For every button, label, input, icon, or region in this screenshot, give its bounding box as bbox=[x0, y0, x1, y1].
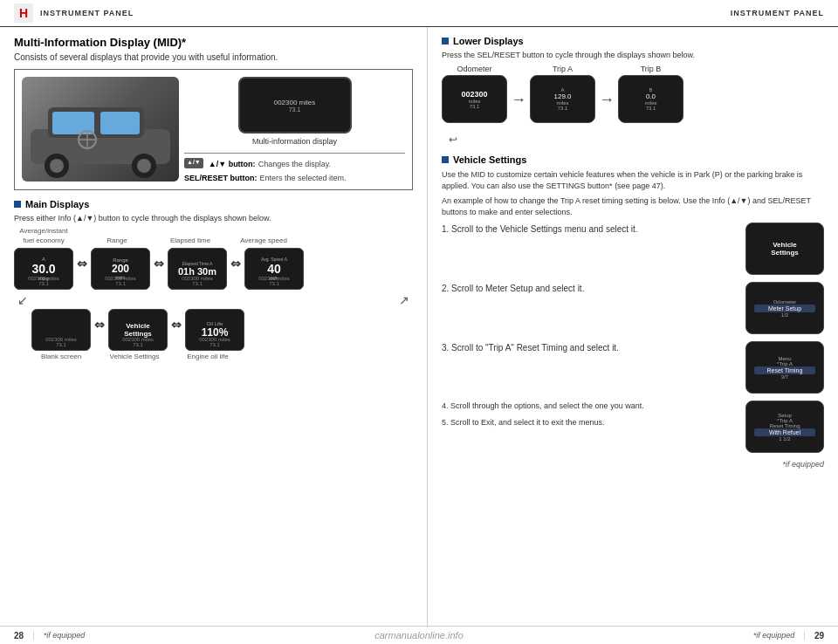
mid-display-box: 002300 miles 73.1 bbox=[238, 77, 352, 134]
info-button-label: ▲/▼ button: bbox=[209, 160, 256, 168]
step-4-text: 4. Scroll through the options, and selec… bbox=[442, 401, 738, 412]
header-right-title: INSTRUMENT PANEL bbox=[731, 9, 824, 17]
trip-a-col: Trip A A 129.0 miles 73.1 bbox=[530, 65, 595, 123]
main-displays-subtitle: Press either Info (▲/▼) button to cycle … bbox=[14, 214, 413, 223]
step-1-row: 1. Scroll to the Vehicle Settings menu a… bbox=[442, 223, 824, 275]
footer-watermark-container: carmanualonline.info bbox=[85, 630, 752, 641]
lower-displays-label: Lower Displays bbox=[453, 36, 524, 46]
arrow-button-icon: ▲/▼ bbox=[184, 158, 203, 168]
label-vs: Vehicle Settings bbox=[105, 353, 164, 362]
steps-4-5-row: 4. Scroll through the options, and selec… bbox=[442, 401, 824, 453]
step-1-text: 1. Scroll to the Vehicle Settings menu a… bbox=[442, 223, 738, 234]
car-illustration bbox=[22, 77, 179, 182]
blue-square-icon-3 bbox=[442, 156, 449, 163]
info-button-desc: ▲/▼ button: Changes the display. bbox=[209, 158, 331, 168]
arrow-5: ⇔ bbox=[171, 318, 182, 342]
honda-logo-icon: H bbox=[14, 3, 33, 23]
svg-point-5 bbox=[50, 159, 64, 173]
displays-row-1: A 30.0 mpg 002300 miles73.1 ⇔ Range 200 … bbox=[14, 248, 413, 290]
back-arrow: ↩ bbox=[449, 134, 824, 146]
page-number-left: 28 bbox=[14, 631, 24, 641]
mid-display-label: Multi-information display bbox=[184, 137, 405, 146]
step-2-screen: Odometer Meter Setup 1/2 bbox=[745, 282, 824, 334]
footer-right: *if equipped | 29 bbox=[753, 631, 824, 641]
mid-diagram: 002300 miles 73.1 Multi-information disp… bbox=[14, 69, 413, 190]
arrow-right-1: → bbox=[511, 91, 526, 123]
page-number-right: 29 bbox=[814, 631, 824, 641]
label-oil: Engine oil life bbox=[178, 353, 237, 362]
step-5-text: 5. Scroll to Exit, and select it to exit… bbox=[442, 417, 738, 428]
main-displays-label: Main Displays bbox=[25, 199, 89, 209]
mid-right-section: 002300 miles 73.1 Multi-information disp… bbox=[184, 77, 405, 182]
trip-b-screen: B 0.0 miles 73.1 bbox=[618, 75, 683, 123]
footer-divider-right: | bbox=[803, 631, 806, 641]
display-oil-life: Oil Life 110% 002300 miles73.1 bbox=[185, 309, 244, 351]
display-vehicle-settings: VehicleSettings 002300 miles73.1 bbox=[108, 309, 168, 351]
displays-row-2: 002300 miles73.1 ⇔ VehicleSettings 00230… bbox=[14, 309, 413, 351]
blue-square-icon bbox=[14, 201, 21, 208]
odometer-screen: 002300 miles 73.1 bbox=[442, 75, 507, 123]
svg-point-7 bbox=[137, 159, 151, 173]
trip-a-label: Trip A bbox=[553, 65, 573, 73]
row-connector-arrows: ↙ ↗ bbox=[14, 293, 413, 307]
vehicle-settings-label: Vehicle Settings bbox=[453, 154, 526, 165]
label-elapsed: Elapsed time bbox=[161, 236, 220, 246]
display-blank: 002300 miles73.1 bbox=[31, 309, 91, 351]
header-left-title: INSTRUMENT PANEL bbox=[40, 9, 134, 17]
page-footer: 28 | *if equipped carmanualonline.info *… bbox=[0, 626, 838, 644]
sel-button-label: SEL/RESET button: bbox=[184, 174, 258, 182]
mid-buttons-desc: ▲/▼ ▲/▼ button: Changes the display. SEL… bbox=[184, 153, 405, 182]
sel-button-text: Enters the selected item. bbox=[260, 174, 347, 182]
label-avg-speed: Average speed bbox=[234, 236, 293, 246]
display-elapsed: Elapsed Time A 01h 30m 002300 miles73.1 bbox=[168, 248, 227, 290]
vehicle-settings-heading: Vehicle Settings bbox=[442, 154, 824, 165]
trip-a-screen: A 129.0 miles 73.1 bbox=[530, 75, 595, 123]
step-1-screen: VehicleSettings bbox=[745, 223, 824, 275]
steps-container: 1. Scroll to the Vehicle Settings menu a… bbox=[442, 223, 824, 453]
steps-4-5-text: 4. Scroll through the options, and selec… bbox=[442, 401, 738, 453]
info-button-row: ▲/▼ ▲/▼ button: Changes the display. bbox=[184, 158, 405, 168]
display-range: Range 200 mi/c 002300 miles73.1 bbox=[91, 248, 150, 290]
lower-displays-heading: Lower Displays bbox=[442, 36, 824, 46]
arrow-2: ⇔ bbox=[154, 257, 164, 281]
label-blank: Blank screen bbox=[31, 353, 91, 362]
svg-rect-9 bbox=[100, 112, 140, 134]
vs-desc1: Use the MID to customize certain vehicle… bbox=[442, 169, 824, 191]
sel-button-row: SEL/RESET button: Enters the selected it… bbox=[184, 172, 405, 182]
lower-displays-row: Odometer 002300 miles 73.1 → Trip A A 12… bbox=[442, 65, 824, 123]
right-panel: Lower Displays Press the SEL/RESET butto… bbox=[428, 27, 838, 627]
trip-b-label: Trip B bbox=[641, 65, 662, 73]
watermark-text: carmanualonline.info bbox=[374, 630, 464, 641]
label-fuel-economy: Average/instant fuel economy bbox=[14, 227, 73, 246]
if-equipped-left: *if equipped bbox=[44, 631, 86, 640]
step-3-text: 3. Scroll to "Trip A" Reset Timing and s… bbox=[442, 341, 738, 353]
step-2-text: 2. Scroll to Meter Setup and select it. bbox=[442, 282, 738, 293]
if-equipped-right: *if equipped bbox=[442, 460, 824, 469]
display-fuel-economy: A 30.0 mpg 002300 miles73.1 bbox=[14, 248, 73, 290]
display-labels-row: Average/instant fuel economy Range Elaps… bbox=[14, 227, 413, 246]
row2-labels: Blank screen Vehicle Settings Engine oil… bbox=[14, 353, 413, 362]
arrow-1: ⇔ bbox=[77, 257, 87, 281]
main-displays-heading: Main Displays bbox=[14, 199, 413, 209]
odometer-label: Odometer bbox=[457, 65, 491, 73]
mid-section-subtitle: Consists of several displays that provid… bbox=[14, 52, 413, 62]
label-range: Range bbox=[87, 236, 147, 246]
arrow-3: ⇔ bbox=[230, 257, 241, 281]
footer-divider-left: | bbox=[32, 631, 35, 641]
vs-desc2: An example of how to change the Trip A r… bbox=[442, 195, 824, 217]
step-3-row: 3. Scroll to "Trip A" Reset Timing and s… bbox=[442, 341, 824, 394]
mid-diagram-inner: 002300 miles 73.1 Multi-information disp… bbox=[22, 77, 405, 182]
step-3-screen: Menu *Trip A Reset Timing 3/7 bbox=[745, 341, 824, 394]
step-2-row: 2. Scroll to Meter Setup and select it. … bbox=[442, 282, 824, 334]
odometer-col: Odometer 002300 miles 73.1 bbox=[442, 65, 507, 123]
page-header: H INSTRUMENT PANEL INSTRUMENT PANEL bbox=[0, 0, 838, 27]
if-equipped-right-footer: *if equipped bbox=[753, 631, 795, 640]
display-avg-speed: Avg. Speed A 40 m/h 002300 miles73.1 bbox=[244, 248, 304, 290]
arrow-right-2: → bbox=[599, 91, 615, 123]
step-5-screen: Setup *Trip A Reset Timing With Refuel 1… bbox=[745, 401, 824, 453]
footer-left: 28 | *if equipped bbox=[14, 631, 85, 641]
sel-button-desc: SEL/RESET button: Enters the selected it… bbox=[184, 172, 347, 182]
left-panel: Multi-Information Display (MID)* Consist… bbox=[0, 27, 428, 627]
blue-square-icon-2 bbox=[442, 38, 449, 45]
mid-section-title: Multi-Information Display (MID)* bbox=[14, 36, 413, 49]
